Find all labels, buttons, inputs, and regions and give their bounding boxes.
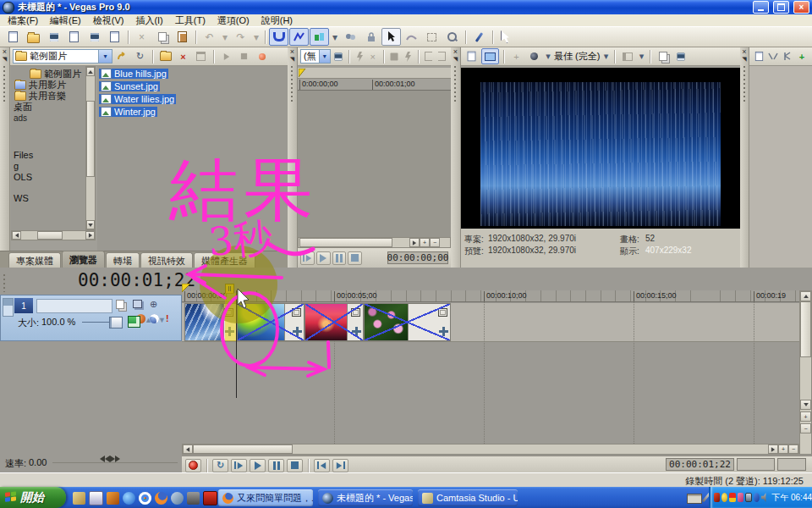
play-from-start-button[interactable] — [231, 459, 247, 472]
explorer-views-icon[interactable] — [193, 49, 209, 64]
cut-icon[interactable]: × — [132, 28, 151, 46]
tree-item-g[interactable]: g — [11, 160, 85, 171]
tray-volume-icon[interactable] — [761, 493, 767, 502]
file-blue-hills[interactable]: Blue hills.jpg — [99, 69, 168, 79]
copy-icon[interactable] — [152, 28, 172, 46]
tray-display-icon[interactable] — [745, 493, 752, 502]
menu-insert[interactable]: 插入(I) — [129, 14, 168, 27]
mixer-properties-icon[interactable] — [752, 49, 765, 64]
mixer-close-icon[interactable]: × — [742, 48, 746, 56]
menu-file[interactable]: 檔案(F) — [2, 14, 44, 27]
file-sunset[interactable]: Sunset.jpg — [99, 81, 160, 91]
ql-ie-icon[interactable] — [123, 492, 135, 505]
timeline-hscrollbar[interactable]: + − — [182, 444, 799, 455]
trimmer-play-button[interactable] — [316, 251, 331, 265]
lock-envelopes-icon[interactable] — [361, 28, 381, 46]
mixer-downmix-icon[interactable] — [766, 49, 780, 64]
trimmer-create-subclip-icon[interactable] — [354, 49, 365, 64]
tree-item-shared-music[interactable]: 共用音樂 — [11, 91, 85, 102]
preview-overlay-icon[interactable]: + — [508, 49, 524, 64]
undo-icon[interactable]: ↶ — [200, 28, 219, 46]
file-winter[interactable]: Winter.jpg — [99, 107, 157, 117]
snap-icon[interactable] — [269, 28, 288, 46]
tab-project-media[interactable]: 專案媒體 — [8, 252, 61, 268]
explorer-address-combo[interactable]: 範例圖片 ▾ — [13, 49, 112, 64]
tray-flag-icon[interactable] — [714, 493, 720, 502]
mixer-grip[interactable] — [743, 65, 747, 104]
trimmer-play-from-start-button[interactable] — [300, 251, 315, 265]
shuttle-track[interactable] — [52, 462, 178, 463]
menu-help[interactable]: 說明(H) — [255, 14, 299, 27]
task-firefox[interactable]: 又來問簡單問題，... — [218, 489, 313, 506]
explorer-grip[interactable] — [3, 65, 7, 104]
tree-vscrollbar[interactable] — [85, 66, 96, 230]
clip-sunset[interactable] — [304, 303, 364, 341]
stop-button[interactable] — [287, 459, 303, 472]
timeline-big-timecode[interactable]: 00:00:01;22 — [78, 270, 195, 290]
trimmer-remove-icon[interactable]: × — [367, 49, 379, 64]
task-vegas[interactable]: 未標題的 * - Vegas P... — [318, 489, 413, 506]
tray-update-icon[interactable] — [721, 493, 727, 502]
start-button[interactable]: 開始 — [0, 487, 66, 508]
preview-grip[interactable] — [453, 65, 458, 104]
tab-transitions[interactable]: 轉場 — [106, 252, 140, 268]
new-project-icon[interactable] — [3, 28, 23, 46]
trimmer-media-combo[interactable]: (無 ▾ — [300, 49, 331, 64]
preview-project-properties-icon[interactable] — [464, 49, 480, 64]
tab-video-fx[interactable]: 視訊特效 — [140, 252, 193, 268]
preview-quality-icon[interactable] — [526, 49, 542, 64]
zoom-tool-icon[interactable] — [442, 28, 462, 46]
trimmer-grip[interactable] — [290, 65, 294, 104]
preview-save-frame-icon[interactable] — [672, 49, 689, 64]
render-icon[interactable] — [85, 28, 104, 46]
tray-zonealarm-icon[interactable] — [729, 493, 735, 502]
trimmer-pane-edge[interactable]: × ◥ — [288, 47, 298, 268]
explorer-address-dropdown-icon[interactable]: ▾ — [98, 50, 112, 63]
file-water-lilies[interactable]: Water lilies.jpg — [99, 94, 176, 104]
trimmer-save-icon[interactable] — [388, 49, 400, 64]
ql-word-icon[interactable] — [107, 492, 119, 505]
ignore-grouping-icon[interactable] — [341, 28, 360, 46]
explorer-delete-icon[interactable]: × — [175, 49, 191, 64]
menu-tools[interactable]: 工具(T) — [169, 14, 211, 27]
explorer-up-icon[interactable] — [114, 49, 130, 64]
paste-icon[interactable] — [173, 28, 192, 46]
preview-external-monitor-icon[interactable] — [481, 48, 499, 64]
tree-item-desktop[interactable]: 桌面 — [11, 102, 85, 113]
track-compositing-icon[interactable] — [116, 300, 124, 311]
record-button[interactable] — [185, 459, 201, 472]
tree-hscrollbar[interactable] — [11, 230, 96, 240]
trimmer-stop-button[interactable] — [348, 251, 362, 265]
explorer-auto-preview-icon[interactable] — [254, 49, 270, 64]
go-to-start-button[interactable] — [314, 459, 330, 472]
play-button[interactable] — [250, 459, 266, 472]
ql-firefox-icon[interactable] — [155, 492, 167, 505]
timeline-edit-cursor[interactable] — [236, 290, 237, 398]
tab-explorer[interactable]: 瀏覽器 — [62, 251, 105, 268]
mixer-pin-icon[interactable]: ◥ — [742, 56, 746, 63]
ql-document-icon[interactable] — [89, 491, 103, 505]
close-button[interactable]: × — [793, 1, 809, 14]
ql-chrome-icon[interactable] — [139, 492, 151, 505]
normal-edit-tool-icon[interactable] — [381, 28, 401, 46]
preview-pane-edge[interactable]: × ◥ — [451, 47, 461, 268]
preview-copy-frame-icon[interactable] — [655, 49, 671, 64]
shuttle-handle[interactable] — [100, 456, 120, 462]
tree-item-ws[interactable]: WS — [11, 192, 85, 203]
preview-split-dropdown-icon[interactable]: ▾ — [637, 49, 645, 64]
trimmer-workspace[interactable] — [298, 91, 451, 237]
explorer-new-folder-icon[interactable] — [157, 49, 173, 64]
loop-region-start-marker[interactable] — [182, 284, 192, 292]
preview-split-screen-icon[interactable] — [619, 49, 635, 64]
go-to-end-button[interactable] — [332, 459, 348, 472]
minimize-button[interactable] — [753, 1, 769, 14]
publish-icon[interactable] — [105, 28, 124, 46]
whats-this-help-icon[interactable] — [497, 28, 516, 46]
explorer-pane-edge[interactable]: × ◥ — [0, 47, 10, 268]
menu-options[interactable]: 選項(O) — [211, 14, 255, 27]
ql-camera-icon[interactable] — [187, 492, 200, 505]
explorer-close-icon[interactable]: × — [3, 48, 7, 56]
timeline-vscrollbar[interactable]: + − — [799, 290, 812, 455]
explorer-pin-icon[interactable]: ◥ — [3, 56, 7, 63]
preview-close-icon[interactable]: × — [453, 48, 458, 56]
